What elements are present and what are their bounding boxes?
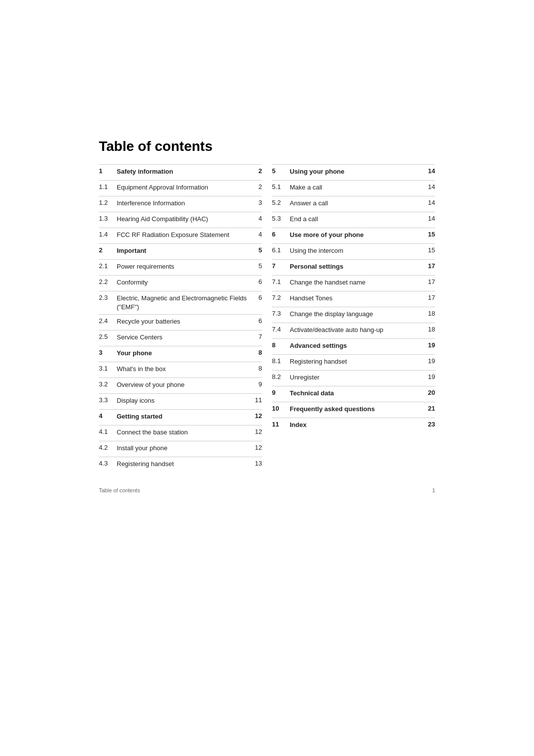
- toc-entry: 3.1What's in the box8: [99, 362, 262, 378]
- toc-entry: 7.4Activate/deactivate auto hang-up18: [272, 323, 435, 338]
- toc-entry: 2.2Conformity6: [99, 275, 262, 291]
- toc-entry-page: 17: [424, 294, 435, 301]
- toc-entry-num: 7.2: [272, 294, 290, 301]
- toc-entry-label: Technical data: [290, 389, 424, 398]
- toc-entry-label: Using your phone: [290, 167, 424, 176]
- toc-entry: 4.3Registering handset13: [99, 457, 262, 472]
- toc-entry-page: 14: [424, 215, 435, 222]
- toc-entry-num: 10: [272, 405, 290, 412]
- toc-entry: 10Frequently asked questions21: [272, 402, 435, 418]
- toc-entry-num: 8.2: [272, 373, 290, 380]
- toc-entry-page: 19: [424, 341, 435, 349]
- toc-entry-page: 8: [251, 349, 262, 356]
- footer-label: Table of contents: [99, 487, 140, 493]
- toc-entry-num: 4: [99, 412, 117, 420]
- toc-entry-label: Service Centers: [117, 333, 251, 342]
- toc-entry-page: 12: [251, 428, 262, 435]
- toc-entry-label: What's in the box: [117, 365, 251, 374]
- toc-entry-page: 4: [251, 231, 262, 238]
- toc-entry-num: 3.2: [99, 380, 117, 388]
- toc-entry-page: 6: [251, 278, 262, 285]
- toc-entry-page: 20: [424, 389, 435, 396]
- toc-entry: 2.4Recycle your batteries6: [99, 314, 262, 330]
- toc-entry: 7.2Handset Tones17: [272, 291, 435, 307]
- footer: Table of contents 1: [99, 487, 435, 493]
- toc-entry: 2.3Electric, Magnetic and Electromagneti…: [99, 291, 262, 314]
- toc-entry-page: 4: [251, 215, 262, 222]
- toc-entry-num: 5.1: [272, 183, 290, 190]
- footer-page: 1: [432, 487, 435, 493]
- toc-entry-num: 7: [272, 262, 290, 270]
- toc-entry: 2Important5: [99, 243, 262, 259]
- toc-entry: 9Technical data20: [272, 386, 435, 402]
- toc-entry-page: 19: [424, 357, 435, 365]
- toc-entry: 1.2Interference Information3: [99, 196, 262, 212]
- toc-entry: 5.3End a call14: [272, 212, 435, 228]
- toc-entry-page: 12: [251, 412, 262, 420]
- toc-entry-label: Hearing Aid Compatibility (HAC): [117, 215, 251, 224]
- toc-entry-page: 9: [251, 380, 262, 388]
- toc-entry-num: 3.1: [99, 365, 117, 372]
- toc-entry-page: 3: [251, 199, 262, 206]
- toc-entry-page: 14: [424, 167, 435, 175]
- toc-entry-num: 2: [99, 246, 117, 254]
- toc-entry-page: 14: [424, 199, 435, 206]
- toc-entry-label: Install your phone: [117, 444, 251, 453]
- toc-entry-page: 12: [251, 444, 262, 451]
- toc-entry-label: Make a call: [290, 183, 424, 192]
- toc-entry: 11Index23: [272, 418, 435, 433]
- toc-entry-num: 5: [272, 167, 290, 175]
- toc-entry-num: 1.1: [99, 183, 117, 190]
- toc-entry: 1.4FCC RF Radiation Exposure Statement4: [99, 228, 262, 243]
- toc-entry-label: Recycle your batteries: [117, 317, 251, 326]
- toc-entry-page: 15: [424, 246, 435, 254]
- toc-entry-label: Index: [290, 421, 424, 429]
- toc-entry-label: Conformity: [117, 278, 251, 287]
- toc-entry-num: 5.3: [272, 215, 290, 222]
- toc-entry-num: 1.4: [99, 231, 117, 238]
- toc-entry-page: 6: [251, 294, 262, 301]
- toc-entry-num: 1.3: [99, 215, 117, 222]
- toc-entry-label: Activate/deactivate auto hang-up: [290, 326, 424, 334]
- toc-entry-label: Display icons: [117, 396, 251, 405]
- toc-entry-label: Frequently asked questions: [290, 405, 424, 414]
- toc-entry-label: Answer a call: [290, 199, 424, 208]
- toc-entry-label: Advanced settings: [290, 341, 424, 350]
- toc-entry-num: 6.1: [272, 246, 290, 254]
- toc-entry-label: Change the display language: [290, 310, 424, 319]
- toc-entry-label: Personal settings: [290, 262, 424, 271]
- toc-entry-label: Your phone: [117, 349, 251, 358]
- toc-entry-label: FCC RF Radiation Exposure Statement: [117, 231, 251, 239]
- toc-entry-num: 4.1: [99, 428, 117, 435]
- page-container: Table of contents 1Safety information21.…: [0, 0, 534, 756]
- toc-entry: 3.2Overview of your phone9: [99, 378, 262, 393]
- toc-entry-label: Registering handset: [117, 460, 251, 469]
- toc-entry-page: 7: [251, 333, 262, 340]
- toc-entry-page: 2: [251, 183, 262, 190]
- toc-entry-num: 2.5: [99, 333, 117, 340]
- toc-entry-label: Interference Information: [117, 199, 251, 208]
- toc-entry-label: Power requirements: [117, 262, 251, 271]
- toc-left-column: 1Safety information21.1Equipment Approva…: [99, 164, 262, 472]
- toc-entry-num: 4.2: [99, 444, 117, 451]
- toc-entry-num: 5.2: [272, 199, 290, 206]
- toc-entry-num: 8: [272, 341, 290, 349]
- toc-entry-label: Equipment Approval Information: [117, 183, 251, 192]
- toc-entry-label: Handset Tones: [290, 294, 424, 303]
- toc-entry-num: 8.1: [272, 357, 290, 365]
- toc-entry-num: 3.3: [99, 396, 117, 404]
- toc-entry-num: 2.1: [99, 262, 117, 270]
- toc-entry-num: 4.3: [99, 460, 117, 467]
- toc-entry-page: 19: [424, 373, 435, 380]
- toc-entry-num: 11: [272, 421, 290, 428]
- toc-entry-num: 2.3: [99, 294, 117, 301]
- toc-entry-label: Important: [117, 246, 251, 255]
- toc-entry-page: 5: [251, 246, 262, 254]
- toc-entry-label: Getting started: [117, 412, 251, 421]
- toc-entry: 4.2Install your phone12: [99, 441, 262, 457]
- toc-entry-num: 1.2: [99, 199, 117, 206]
- toc-entry-num: 7.1: [272, 278, 290, 285]
- toc-entry-page: 8: [251, 365, 262, 372]
- toc-entry: 3Your phone8: [99, 346, 262, 362]
- toc-entry: 8.1Registering handset19: [272, 354, 435, 370]
